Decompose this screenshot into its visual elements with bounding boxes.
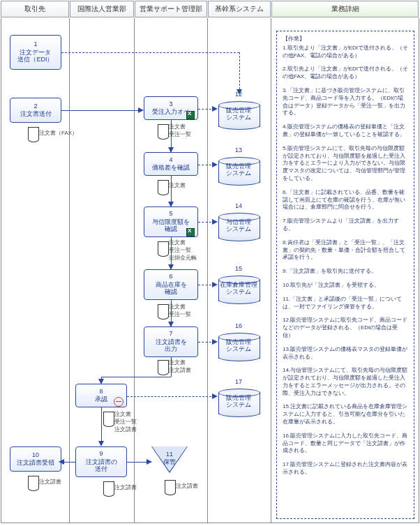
arrowhead-icon: [98, 441, 104, 446]
node-number: 3: [169, 100, 172, 107]
node-number: 7: [169, 330, 172, 337]
arrowhead-icon: [212, 339, 218, 345]
arrowhead-icon: [59, 459, 64, 465]
details-item: 9.「注文請書」を取引先に送付する。: [283, 268, 408, 276]
connector: [101, 407, 102, 445]
col-header-partner: 取引先: [1, 1, 69, 17]
details-item: 11.「注文書」と承認後の「受注一覧」については、一対でファイリング保管をする。: [283, 296, 408, 311]
connector: [239, 52, 240, 93]
node-label: 販売管理 システム: [218, 163, 260, 177]
connector: [61, 110, 140, 111]
arrowhead-icon: [138, 107, 144, 113]
details-item: 3.「注文書」に基づき販売管理システムに、取引先コード、商品コード等を入力する。…: [283, 87, 408, 117]
node-label: 注文請書の 送付: [86, 458, 117, 473]
connector: [63, 462, 75, 463]
node-label: 注文データ 送信（EDI）: [17, 49, 53, 63]
details-item: 5.販売管理システムにて、取引先毎の与信限度額が設定されており、与信限度額を超過…: [283, 145, 408, 183]
doc-icon: [158, 360, 169, 372]
node-number: 15: [218, 265, 260, 272]
connector: [171, 357, 172, 377]
sys-16: 16 販売管理 システム: [218, 329, 261, 364]
col-header-system: 基幹系システム: [208, 1, 271, 17]
node-label: 在庫倉庫管理 システム: [218, 282, 260, 296]
connector: [61, 52, 239, 53]
node-label: 与信管理 システム: [218, 219, 260, 233]
node-label: 与信限度額を 確認: [152, 218, 190, 233]
sys-12: 12 販売管理 システム: [218, 98, 261, 133]
node-label: 注文書送付: [20, 110, 52, 117]
lane-border: [419, 18, 419, 523]
arrowhead-icon: [168, 322, 174, 327]
node-number: 9: [99, 450, 103, 457]
details-item: 16.販売管理システムに入力した取引先コード、商品コード、数量と同じデータで「注…: [283, 433, 408, 455]
lane-border: [271, 18, 271, 523]
details-item: 8.責任者は「受注請書」と「受注一覧」、「注文書」の契約先・数量・単価・合計金額…: [283, 239, 408, 262]
node-number: 2: [33, 103, 37, 110]
sys-17: 17 販売管理 システム: [218, 385, 261, 420]
node-number: 17: [218, 378, 260, 385]
node-number: 4: [169, 156, 172, 163]
excel-icon: [186, 228, 195, 236]
swimlane-diagram: 取引先 国際法人営業部 営業サポート管理部 基幹系システム 業務詳細 1 注文デ…: [0, 0, 420, 526]
node-number: 16: [218, 322, 260, 329]
details-item: 6.「注文書」に記載されている、品番、数量を確認して画面上にて在庫の確認を行う。…: [283, 189, 408, 211]
doc-label: 注文書 注文請書: [169, 359, 191, 374]
bottom-border: [1, 523, 419, 523]
details-item: 10.取引先が「注文請書」を受領する。: [283, 282, 408, 290]
node-number: 8: [99, 388, 103, 395]
lane-border: [69, 18, 70, 523]
node-number: 5: [169, 210, 172, 217]
details-item: 15.注文書に記載されている商品を在庫倉庫管理システムに入力すると、引当可能な在…: [283, 403, 408, 426]
arrowhead-icon: [98, 379, 104, 384]
doc-label: 注文書 受注一覧: [169, 123, 191, 138]
sys-13: 13 販売管理 システム: [218, 153, 261, 188]
details-header: 【作業】: [283, 36, 408, 43]
arrowhead-icon: [212, 282, 218, 287]
arrowhead-icon: [212, 393, 218, 399]
doc-icon: [158, 304, 169, 316]
node-5: 5 与信限度額を 確認: [144, 206, 198, 237]
doc-icon: [103, 412, 114, 423]
doc-label: 注文書 受注一覧 売掛金元帳: [169, 239, 197, 262]
node-10: 10 注文請書受領: [10, 446, 61, 472]
node-number: 10: [32, 451, 39, 458]
node-label: 承認: [95, 396, 107, 403]
node-label: 受注入力オペ: [152, 108, 190, 115]
node-label: 価格差を確認: [152, 164, 190, 171]
node-8: 8 承認: [75, 384, 127, 407]
details-item: 17.販売管理システムに登録された注文書内容が表示される。: [283, 461, 408, 476]
col-header-detail: 業務詳細: [271, 1, 419, 17]
details-item: 4.販売管理システムの価格表の登録単価と「注文書」の登録単価が一致していることを…: [283, 123, 408, 139]
node-label: 販売管理 システム: [218, 107, 260, 121]
details-item: 12.販売管理システムに取引先コード、商品コードなどのデータが登録される。（ED…: [283, 317, 408, 339]
doc-label: 注文請書: [39, 478, 61, 486]
node-label: 販売管理 システム: [218, 395, 260, 409]
doc-icon: [165, 480, 176, 492]
connector: [101, 377, 171, 377]
doc-label: 注文書 受注一覧: [169, 303, 191, 318]
arrowhead-icon: [212, 106, 218, 112]
details-item: 14.与信管理システムにて、取引先毎の与信限度額が設定されており、与信限度額を超…: [283, 367, 408, 397]
node-label: 販売管理 システム: [218, 339, 260, 353]
node-1: 1 注文データ 送信（EDI）: [10, 35, 61, 70]
node-number: 6: [169, 273, 172, 280]
node-2: 2 注文書送付: [10, 98, 61, 123]
arrowhead-icon: [212, 219, 218, 225]
arrowhead-icon: [237, 89, 242, 95]
connector: [127, 462, 148, 463]
details-item: 2.取引先より「注文書」がEDIで送付される。（その他FAX、電話の場合がある）: [283, 66, 408, 81]
lane-border: [207, 18, 208, 523]
doc-icon: [28, 127, 39, 139]
sys-14: 14 与信管理 システム: [218, 209, 261, 244]
details-panel: 【作業】 1.取引先より「注文書」がEDIで送付される。（その他FAX、電話の場…: [276, 31, 414, 519]
node-label: 注文請書を 出力: [156, 338, 187, 353]
arrowhead-icon: [212, 162, 218, 167]
doc-icon: [158, 124, 169, 136]
excel-icon: [186, 111, 195, 119]
arrowhead-icon: [147, 459, 152, 465]
node-number: 1: [33, 40, 37, 47]
doc-icon: [28, 476, 39, 488]
node-9: 9 注文請書の 送付: [75, 446, 127, 477]
doc-label: 注文書（FAX）: [39, 129, 77, 137]
node-4: 4 価格差を確認: [144, 152, 198, 176]
